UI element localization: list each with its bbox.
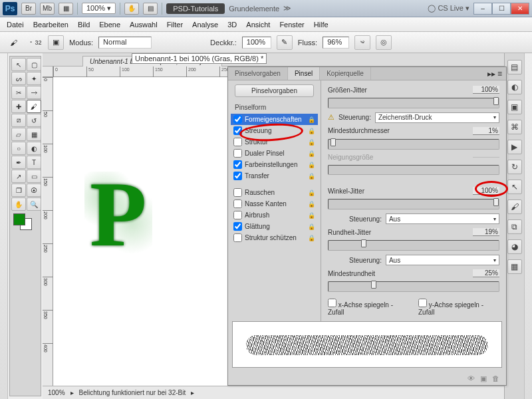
mindest-slider[interactable] <box>328 139 499 150</box>
eraser-tool[interactable]: ▱ <box>11 128 26 141</box>
mindestrund-value[interactable]: 25% <box>473 269 499 277</box>
menu-auswahl[interactable]: Auswahl <box>130 21 158 29</box>
masks-panel-icon[interactable]: ▣ <box>507 100 522 114</box>
menu-analyse[interactable]: Analyse <box>192 21 218 29</box>
brush-option-streuung[interactable]: Streuung🔒 <box>231 125 318 136</box>
brush-tool[interactable]: 🖌 <box>27 100 41 113</box>
cslive-button[interactable]: ◯ CS Live ▾ <box>428 4 469 13</box>
steuerung2-select[interactable]: Aus▾ <box>386 213 499 224</box>
gradient-tool[interactable]: ▦ <box>27 128 41 141</box>
tab-pinsel[interactable]: Pinsel <box>288 67 320 80</box>
foreground-color[interactable] <box>13 213 25 225</box>
panel-menu-icon[interactable]: ▸▸ ≡ <box>483 69 506 78</box>
actions-panel-icon[interactable]: ▶ <box>507 140 522 154</box>
dodge-tool[interactable]: ◐ <box>27 142 41 155</box>
winkel-jitter-slider[interactable] <box>328 199 499 209</box>
docprops-icon[interactable]: ▤ <box>143 3 158 15</box>
type-tool[interactable]: T <box>27 156 41 169</box>
xflip-check[interactable]: x-Achse spiegeln - Zufall <box>328 299 409 316</box>
move-tool[interactable]: ↖ <box>11 58 26 71</box>
pointer-panel-icon[interactable]: ↖ <box>507 180 522 194</box>
clone-panel-icon[interactable]: ⧉ <box>507 219 522 234</box>
brush-preset-icon[interactable]: ・32 <box>27 35 43 50</box>
zoom-dropdown[interactable]: 100% ▾ <box>82 3 116 14</box>
brush-option-formeigenschaften[interactable]: Formeigenschaften🔒 <box>231 114 318 125</box>
lasso-tool[interactable]: ᔕ <box>11 72 26 85</box>
rotate-panel-icon[interactable]: ↻ <box>507 160 522 174</box>
wand-tool[interactable]: ✦ <box>27 72 41 85</box>
brush-option-rauschen[interactable]: Rauschen🔒 <box>231 187 318 198</box>
brush-option-airbrush[interactable]: Airbrush🔒 <box>231 209 318 221</box>
toggle-preview-icon[interactable]: 👁 <box>467 374 475 382</box>
path-tool[interactable]: ↗ <box>11 170 26 183</box>
preset-button[interactable]: Pinselvorgaben <box>235 84 314 97</box>
menu-ebene[interactable]: Ebene <box>99 21 120 29</box>
menu-bearbeiten[interactable]: Bearbeiten <box>33 21 68 29</box>
maximize-button[interactable]: ☐ <box>492 3 511 15</box>
brush-panel-toggle[interactable]: ▣ <box>48 35 64 50</box>
bridge-button[interactable]: Br <box>21 3 36 15</box>
tab-pinselvorgaben[interactable]: Pinselvorgaben <box>228 67 288 80</box>
brush-option-dualer-pinsel[interactable]: Dualer Pinsel🔒 <box>231 148 318 159</box>
layers-panel-icon[interactable]: ▤ <box>507 60 522 74</box>
rundheit-jitter-value[interactable]: 19% <box>473 228 499 236</box>
groessen-jitter-value[interactable]: 100% <box>473 86 499 94</box>
winkel-jitter-value[interactable]: 100% <box>473 187 499 195</box>
menu-3d[interactable]: 3D <box>227 21 237 29</box>
close-button[interactable]: ✕ <box>511 3 529 15</box>
brush-option-glättung[interactable]: Glättung🔒 <box>231 221 318 232</box>
viewmode-button[interactable]: ▦ <box>59 3 73 15</box>
deckkr-input[interactable]: 100% <box>242 37 271 49</box>
groessen-jitter-slider[interactable] <box>328 98 499 108</box>
menu-datei[interactable]: Datei <box>7 21 24 29</box>
canvas[interactable]: P <box>53 77 233 386</box>
stamp-tool[interactable]: ⧄ <box>11 114 26 127</box>
pinselform-label[interactable]: Pinselform <box>231 102 318 112</box>
brush-option-struktur[interactable]: Struktur🔒 <box>231 136 318 148</box>
hand-tool[interactable]: ✋ <box>11 198 26 211</box>
more-icon[interactable]: ≫ <box>283 4 291 13</box>
crop-tool[interactable]: ✂ <box>11 86 26 99</box>
zoom-tool[interactable]: 🔍 <box>27 198 41 211</box>
yflip-check[interactable]: y-Achse spiegeln - Zufall <box>418 299 499 316</box>
minimize-button[interactable]: – <box>473 3 492 15</box>
pen-tool[interactable]: ✒ <box>11 156 26 169</box>
marquee-tool[interactable]: ▢ <box>27 58 41 71</box>
swatches-panel-icon[interactable]: ◕ <box>507 239 522 254</box>
adjustments-panel-icon[interactable]: ◐ <box>507 80 522 94</box>
steuerung3-select[interactable]: Aus▾ <box>386 255 499 265</box>
trash-icon[interactable]: 🗑 <box>492 374 499 382</box>
brush-option-nasse-kanten[interactable]: Nasse Kanten🔒 <box>231 198 318 209</box>
tablet-pressure-icon[interactable]: ◎ <box>376 35 392 50</box>
status-zoom[interactable]: 100% <box>48 389 65 396</box>
patch-tool[interactable]: ✚ <box>11 100 26 113</box>
hand-icon[interactable]: ✋ <box>124 3 139 15</box>
3d-tool[interactable]: ❒ <box>11 184 26 197</box>
brush-option-farbeinstellungen[interactable]: Farbeinstellungen🔒 <box>231 159 318 170</box>
rundheit-jitter-slider[interactable] <box>328 240 499 251</box>
menu-filter[interactable]: Filter <box>167 21 183 29</box>
menu-fenster[interactable]: Fenster <box>279 21 304 29</box>
airbrush-icon[interactable]: ༄ <box>354 35 370 50</box>
workspace-pill[interactable]: PSD-Tutorials <box>166 3 225 14</box>
eyedropper-tool[interactable]: 𐃘 <box>27 86 41 99</box>
shape-tool[interactable]: ▭ <box>27 170 41 183</box>
minibridge-button[interactable]: Mb <box>40 3 55 15</box>
brush-option-struktur-schützen[interactable]: Struktur schützen🔒 <box>231 232 318 243</box>
modus-select[interactable]: Normal <box>98 37 152 49</box>
3dcam-tool[interactable]: ⦿ <box>27 184 41 197</box>
blur-tool[interactable]: ○ <box>11 142 26 155</box>
mindest-value[interactable]: 1% <box>473 127 499 135</box>
brush-option-transfer[interactable]: Transfer🔒 <box>231 170 318 182</box>
opacity-pressure-icon[interactable]: ✎ <box>277 35 293 50</box>
color-swatches[interactable] <box>11 211 41 233</box>
new-preset-icon[interactable]: ▣ <box>480 374 487 383</box>
menu-bild[interactable]: Bild <box>78 21 90 29</box>
fluss-input[interactable]: 96% <box>323 37 349 49</box>
steuerung1-select[interactable]: Zeichenstift-Druck▾ <box>375 112 499 123</box>
styles-panel-icon[interactable]: ▦ <box>507 259 522 274</box>
menu-hilfe[interactable]: Hilfe <box>314 21 329 29</box>
brush-presets-icon[interactable]: 🖌 <box>507 200 522 214</box>
menu-ansicht[interactable]: Ansicht <box>246 21 270 29</box>
tab-kopierquelle[interactable]: Kopierquelle <box>320 67 371 80</box>
